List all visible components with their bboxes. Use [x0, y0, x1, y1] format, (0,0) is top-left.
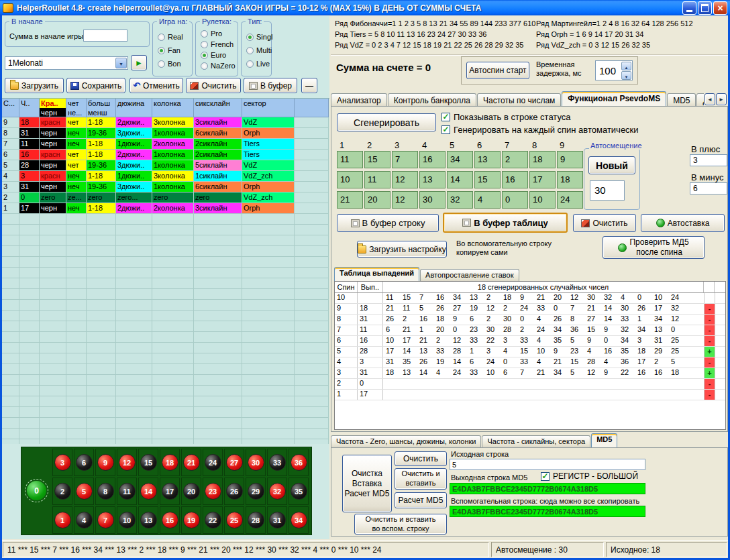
history-row[interactable]: 117черннеч1-182дюжи..2колонка3сиклайнOrp…: [2, 203, 329, 214]
board-number-19[interactable]: 19: [181, 506, 201, 534]
board-number-7[interactable]: 7: [95, 506, 115, 534]
board-number-3[interactable]: 3: [52, 449, 72, 476]
tab-Частота - Zero, шансы, дюжины, колонки[interactable]: Частота - Zero, шансы, дюжины, колонки: [331, 435, 481, 447]
board-number-4[interactable]: 4: [74, 506, 94, 534]
history-row[interactable]: 616краснчет1-182дюжи..1колонка2сиклайнTi…: [2, 150, 329, 160]
delay-spinner[interactable]: 100: [595, 60, 633, 80]
spins-row[interactable]: 91821115262719122243307211430261732-: [335, 304, 725, 315]
board-number-6[interactable]: 6: [74, 449, 94, 476]
board-number-30[interactable]: 30: [246, 449, 266, 476]
close-button[interactable]: [713, 1, 727, 15]
source-string-input[interactable]: [450, 459, 645, 470]
board-number-11[interactable]: 11: [117, 478, 137, 505]
board-number-20[interactable]: 20: [181, 478, 201, 505]
history-col-header[interactable]: С...: [2, 99, 19, 117]
radio-Pro[interactable]: Pro: [199, 28, 236, 39]
history-col-header[interactable]: Кра..черн: [40, 99, 66, 117]
radio-Euro[interactable]: Euro: [199, 50, 236, 60]
radio-Fan[interactable]: Fan: [156, 44, 191, 57]
board-number-24[interactable]: 24: [203, 449, 223, 476]
tab-Таблица выпадений[interactable]: Таблица выпадений: [334, 267, 419, 281]
radio-Multi[interactable]: Multi: [244, 44, 270, 57]
history-row[interactable]: 711черннеч1-181дюжи..2колонка2сиклайнTie…: [2, 139, 329, 150]
buffer-table-button[interactable]: В буфер таблицу: [443, 213, 568, 233]
history-col-header[interactable]: сиксклайн: [194, 99, 242, 117]
history-row[interactable]: 918краснчет1-182дюжи..3колонка3сиклайнVd…: [2, 117, 329, 128]
spins-row[interactable]: 61610172121233223334355903433125-: [335, 336, 725, 347]
board-number-26[interactable]: 26: [224, 478, 244, 505]
spinner-down-icon[interactable]: [621, 71, 631, 80]
history-row[interactable]: 831черннеч19-363дюжи..1колонка6сиклайнOr…: [2, 128, 329, 139]
checkbox-register-uppercase[interactable]: РЕГИСТР - БОЛЬШОЙ: [541, 471, 638, 481]
board-number-25[interactable]: 25: [224, 506, 244, 534]
board-number-29[interactable]: 29: [246, 478, 266, 505]
tab-Функционал PsevdoMS[interactable]: Функционал PsevdoMS: [562, 91, 666, 107]
tab-Частота - сиклайны, сектора[interactable]: Частота - сиклайны, сектора: [482, 435, 590, 447]
md5-clear-insert-button[interactable]: Очистить и вставить: [395, 468, 447, 490]
history-col-header[interactable]: четне...: [66, 99, 87, 117]
md5-combo-button[interactable]: Очистка Вставка Расчет MD5: [342, 455, 392, 512]
history-col-header[interactable]: колонка: [152, 99, 194, 117]
to-buffer-button[interactable]: В буфер: [244, 78, 297, 93]
md5-calc-button[interactable]: Расчет MD5: [395, 492, 447, 508]
board-number-2[interactable]: 2: [52, 478, 72, 505]
history-col-header[interactable]: сектор: [242, 99, 295, 117]
save-button[interactable]: Сохранить: [66, 78, 125, 93]
tab-Деление ко[interactable]: Деление ко: [696, 93, 704, 107]
board-number-0[interactable]: 0: [27, 481, 46, 500]
new-button[interactable]: Новый: [588, 156, 635, 174]
spins-row[interactable]: 117-: [335, 390, 725, 400]
board-number-10[interactable]: 10: [117, 506, 137, 534]
history-row[interactable]: 528чернчет19-363дюжи..1колонка5сиклайнVd…: [2, 160, 329, 171]
minimize-button[interactable]: [682, 1, 696, 15]
preset-combo[interactable]: 1Melonati: [5, 56, 128, 70]
board-number-22[interactable]: 22: [203, 506, 223, 534]
history-row[interactable]: 43красннеч1-181дюжи..3колонка1сиклайнVdZ…: [2, 171, 329, 182]
tab-MD5[interactable]: MD5: [591, 433, 617, 447]
history-col-header[interactable]: дюжина: [116, 99, 152, 117]
spins-row[interactable]: 5281714133328134151092341635182925+: [335, 347, 725, 357]
tab-scroll-right-icon[interactable]: [716, 93, 727, 105]
tab-Частоты по числам[interactable]: Частоты по числам: [477, 93, 561, 107]
board-number-36[interactable]: 36: [289, 449, 309, 476]
checkbox-show-in-status[interactable]: Показывать в строке статуса: [441, 112, 571, 122]
check-md5-button[interactable]: Проверить МД5 после спина: [603, 236, 705, 259]
board-number-16[interactable]: 16: [160, 506, 180, 534]
board-number-35[interactable]: 35: [289, 478, 309, 505]
spins-row[interactable]: 101115716341321892120123032401024: [335, 293, 725, 304]
tab-Анализатор[interactable]: Анализатор: [331, 93, 387, 107]
tab-MD5[interactable]: MD5: [667, 93, 696, 107]
checkbox-generate-each-spin[interactable]: Генерировать на каждый спин автоматическ…: [441, 125, 639, 135]
history-col-header[interactable]: Ч..: [19, 99, 40, 117]
board-number-9[interactable]: 9: [95, 449, 115, 476]
col-generated[interactable]: 18 сгенерированных случайных чисел: [383, 282, 704, 292]
spins-row[interactable]: 3311813144243310672134512922161618+: [335, 368, 725, 379]
board-number-17[interactable]: 17: [160, 478, 180, 505]
board-number-34[interactable]: 34: [289, 506, 309, 534]
history-row[interactable]: 331черннеч19-363дюжи..1колонка6сиклайнOr…: [2, 182, 329, 192]
tab-Автопроставление ставок[interactable]: Автопроставление ставок: [420, 269, 519, 281]
spins-row[interactable]: 43313526191462403342115284361725-: [335, 357, 725, 368]
spins-row[interactable]: 20-: [335, 379, 725, 390]
minus-value[interactable]: 6: [690, 182, 727, 194]
tab-Контроль банкролла[interactable]: Контроль банкролла: [388, 93, 476, 107]
title-bar[interactable]: HelperRoullet 4.8- create helperroullet@…: [0, 0, 730, 15]
start-sum-input[interactable]: [83, 30, 127, 42]
spins-row[interactable]: 8312621618962300426827143313412-: [335, 315, 725, 325]
history-row[interactable]: 20zeroze...zerozero...zerozeroVdZ_zch: [2, 192, 329, 203]
board-number-33[interactable]: 33: [267, 449, 287, 476]
board-number-27[interactable]: 27: [224, 449, 244, 476]
col-result[interactable]: Вып..: [358, 282, 383, 292]
board-number-18[interactable]: 18: [160, 449, 180, 476]
autoshift-value[interactable]: 30: [590, 180, 625, 201]
radio-Real[interactable]: Real: [156, 30, 191, 44]
radio-NaZero[interactable]: NaZero: [199, 60, 236, 71]
load-settings-button[interactable]: Загрузить настройку: [357, 241, 447, 258]
board-number-12[interactable]: 12: [117, 449, 137, 476]
md5-clear-button[interactable]: Очистить: [395, 451, 447, 466]
undo-button[interactable]: Отменить: [129, 78, 183, 93]
board-number-15[interactable]: 15: [138, 449, 158, 476]
clear-grid-button[interactable]: Очистить: [573, 214, 636, 232]
maximize-button[interactable]: [698, 1, 712, 15]
board-number-13[interactable]: 13: [138, 506, 158, 534]
